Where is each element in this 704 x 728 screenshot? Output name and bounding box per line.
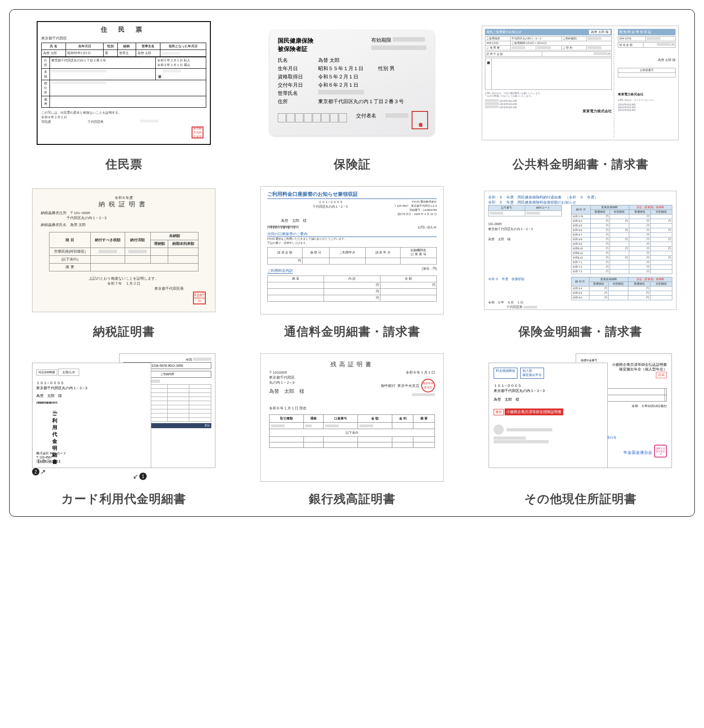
sono-name: 為替 太郎 様 <box>494 397 603 402</box>
doc-juminhyo: 住 民 票 東京都千代田区 氏 名 生年月日 性別 続柄 世帯主名 住民となった… <box>37 21 211 145</box>
cell-nouzei: 令和６年度 納税証明書 納税義務者住所 〒101−0005 千代田区丸の内１−２… <box>19 186 229 340</box>
nouzei-seal: 東京都千代田区長印 <box>193 292 206 304</box>
document-grid: 住 民 票 東京都千代田区 氏 名 生年月日 性別 続柄 世帯主名 住民となった… <box>9 9 695 517</box>
bikou-value <box>50 96 206 108</box>
hokensho-head: 国民健康保険 被保険者証 有効期限 <box>278 37 426 53</box>
tsushin-name: 為替 太郎 様 <box>281 218 423 223</box>
tsushin-table2: 摘 要内 訳金 額 円円 円 円 <box>267 276 437 302</box>
card-zip: １０１−０００５ <box>36 381 147 386</box>
hokensho-seal: 千代田区長之印 <box>412 111 428 129</box>
denki-company: 東東電力株式会社 <box>485 109 612 114</box>
maejusho-label: 前住所 <box>42 80 50 96</box>
juminhyo-title: 住 民 票 <box>41 26 206 34</box>
sono-seal: 国民年金基金連合会 <box>654 445 667 458</box>
arrow-2-icon: ↗ <box>40 468 46 475</box>
th-sex: 性別 <box>104 43 117 50</box>
cell-sono: 基礎年金番号 小規模企業共済等掛金払込証明書 確定拠出年金（個人型年金） 親展 … <box>475 353 685 507</box>
sono-badge: 親展 <box>656 372 667 378</box>
caption-zandaka: 銀行残高証明書 <box>309 491 396 507</box>
hokensho-name: 為替 太郎 <box>318 57 340 64</box>
td-name: 為替 太郎 <box>42 50 66 57</box>
td-resdate <box>160 50 206 57</box>
doc-zandaka: 残高証明書 〒1010005 東京都千代田区 丸の内１−２−３ 為替 太郎 様 … <box>260 353 444 482</box>
cell-hokensho: 国民健康保険 被保険者証 有効期限 氏名為替 太郎 生年月日昭和５５年１月１日性… <box>247 19 457 172</box>
nouzei-year: 令和６年度 <box>41 195 207 200</box>
juminhyo-header-table: 氏 名 生年月日 性別 続柄 世帯主名 住民となった年月日 為替 太郎 昭和55… <box>41 43 206 57</box>
cell-card: 今回 1234-5678-9012-3456 ご登録内容 ご利用 <box>19 353 229 507</box>
zandaka-title: 残高証明書 <box>269 360 435 369</box>
caption-hokensho: 保険証 <box>334 156 371 172</box>
bikou-label: 備考 <box>42 96 50 108</box>
zandaka-table: 取引種類通帳口座番号金 額金 利摘 要 以下余白 <box>269 414 435 448</box>
th-head: 世帯主名 <box>136 43 160 50</box>
caption-tsushin: 通信料金明細書・請求書 <box>284 324 420 340</box>
doc-denki: 電気ご使用量のお知らせ為替 太郎 様 ご使用場所千代田区丸の内１−２−３ご契約種… <box>482 26 679 140</box>
maejusho-value <box>50 80 206 96</box>
tsushin-company: FXON 通信株式会社 <box>394 200 437 204</box>
cell-tsushin: ご利用料金口座振替のお知らせ兼領収証 １０１−０００５ 千代田区丸の内１−２−３… <box>247 186 457 340</box>
caption-denki: 公共料金明細書・請求書 <box>512 156 649 172</box>
caption-sono: その他現住所証明書 <box>524 491 637 507</box>
marker-1: 1 <box>139 473 147 480</box>
doc-hokenkin: 令和 ６ 年度 国民健康保険料納付通知書 （令和 ６ 年度） 令和 ６ 年度 国… <box>484 191 676 310</box>
tsushin-title: ご利用料金口座振替のお知らせ兼領収証 <box>267 191 437 199</box>
caption-hokenkin: 保険金明細書・請求書 <box>518 324 642 340</box>
denki-receipt-title: 電 気 料 金 等 領 収 証 <box>618 29 676 35</box>
td-head: 為替 太郎 <box>136 50 160 57</box>
sono-fund: 年金基金連合会 <box>623 450 652 456</box>
doc-card-stack: 今回 1234-5678-9012-3456 ご登録内容 ご利用 <box>32 353 215 482</box>
addr-value: 東京都千代田区丸の内１丁目２番３号 <box>50 57 156 69</box>
addr-label: 住所 <box>42 57 50 69</box>
arrow-1-icon: ↙ <box>133 473 138 480</box>
honseki-label: 本籍 <box>42 69 50 80</box>
denki-note: お問い合わせは、下記の電話番号へお願いいたします。 ＊おかけ間違いのないようお願… <box>485 92 612 97</box>
doc-sono-stack: 基礎年金番号 小規模企業共済等掛金払込証明書 確定拠出年金（個人型年金） 親展 … <box>489 353 672 482</box>
doc-card-front: 特定信仰郵便 お知らせ １０１−０００５ 東京都千代田区丸の内１−２−３ 為替 … <box>32 363 151 468</box>
addr-dates: 令和５年２月１日 転入 令和５年２月１日 届出 <box>156 57 206 69</box>
nouzei-issuer: 東京都千代田区長 <box>41 286 184 291</box>
th-resdate: 住民となった年月日 <box>160 43 206 50</box>
sono-front-title: 小規模企業共済等掛金控除証明書 <box>505 408 563 415</box>
cell-hokenkin: 令和 ６ 年度 国民健康保険料納付通知書 （令和 ６ 年度） 令和 ６ 年度 国… <box>475 186 685 340</box>
nouzei-table: 税 目 納付すべき税額 納付済額 未納額 滞納額納期未到来額 市県民税(特別徴収… <box>49 232 198 271</box>
th-rel: 続柄 <box>117 43 136 50</box>
card-addr: 東京都千代田区丸の内１−２−３ <box>36 386 147 391</box>
hittousha: 筆頭者 <box>156 69 206 80</box>
juminhyo-footer: この写しは、住民票の原本と相違ないことを証明する。 令和６年２月１日 市民課 千… <box>41 110 206 124</box>
hokenkin-table1: 納 付 月変更前保険料決定（変更後）保険料 普通徴収特別徴収普通徴収特別徴収 令… <box>571 205 672 274</box>
juminhyo-addr-table: 住所 東京都千代田区丸の内１丁目２番３号 令和５年２月１日 転入 令和５年２月１… <box>41 57 206 108</box>
td-dob: 昭和55年1月1日 <box>66 50 104 57</box>
doc-tsushin: ご利用料金口座振替のお知らせ兼領収証 １０１−０００５ 千代田区丸の内１−２−３… <box>260 186 444 314</box>
honseki-value <box>50 69 156 80</box>
card-name: 為替 太郎 様 <box>36 393 147 398</box>
hokensho-boxes <box>278 113 347 122</box>
cell-juminhyo: 住 民 票 東京都千代田区 氏 名 生年月日 性別 続柄 世帯主名 住民となった… <box>19 19 229 172</box>
zandaka-seal: 東京中央支店印 <box>421 379 435 392</box>
th-name: 氏 名 <box>42 43 66 50</box>
cell-denki: 電気ご使用量のお知らせ為替 太郎 様 ご使用場所千代田区丸の内１−２−３ご契約種… <box>475 19 685 172</box>
nouzei-title: 納税証明書 <box>41 200 207 209</box>
sono-addr: 東京都千代田区丸の内１−２−３ <box>494 388 603 393</box>
caption-card: カード利用代金明細書 <box>61 491 186 507</box>
denki-breakdown: 上記料金内訳 <box>485 58 612 90</box>
denki-company2: 東東電力株式会社 <box>618 92 676 97</box>
caption-juminhyo: 住民票 <box>105 156 143 172</box>
card-front-title: ご利用代金明細書 <box>52 410 57 415</box>
marker-2: 2 <box>32 468 39 475</box>
tsushin-table1: 請 求 金 額振 替 日ご利用年月請 求 年 月金融機関名 口 座 番 号 円 <box>267 247 437 265</box>
td-sex: 男 <box>104 50 117 57</box>
denki-header: 電気ご使用量のお知らせ為替 太郎 様 <box>485 29 612 35</box>
juminhyo-ward: 東京都千代田区 <box>41 36 206 41</box>
doc-sono-front: 料金後納郵便 個人型 確定拠出年金 １０１−０００５ 東京都千代田区丸の内１−２… <box>489 363 608 468</box>
juminhyo-seal: 東京都千代田区長印 <box>192 127 204 138</box>
td-rel: 世帯主 <box>117 50 136 57</box>
th-dob: 生年月日 <box>66 43 104 50</box>
hokenkin-table2: 納 付 月変更前保険料決定（変更後）保険料 普通徴収特別徴収普通徴収特別徴収 令… <box>571 277 672 300</box>
hokenkin-addr: 記号番号納付コード 101-0005 東京都千代田区丸の内１−２−３ 為替 太郎… <box>488 205 562 242</box>
zandaka-name: 為替 太郎 様 <box>269 388 304 395</box>
cell-zandaka: 残高証明書 〒1010005 東京都千代田区 丸の内１−２−３ 為替 太郎 様 … <box>247 353 457 507</box>
hokensho-addr: 東京都千代田区丸の内１丁目２番３号 <box>318 98 404 105</box>
caption-nouzei: 納税証明書 <box>93 324 155 340</box>
nouzei-name: 為替 太郎 <box>70 223 86 227</box>
doc-nouzei: 令和６年度 納税証明書 納税義務者住所 〒101−0005 千代田区丸の内１−２… <box>32 188 215 312</box>
